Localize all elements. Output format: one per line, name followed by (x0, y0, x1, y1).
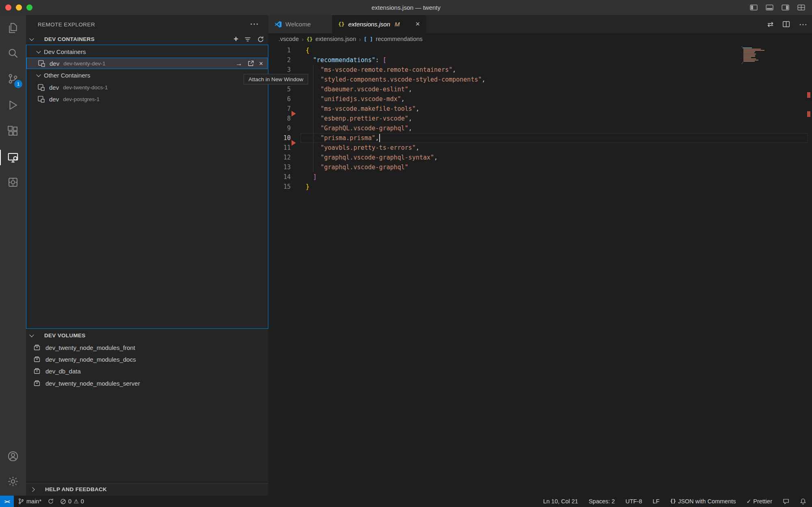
sidebar-item-search[interactable] (0, 41, 26, 65)
tree-item-dev-twenty-dev-1[interactable]: dev dev-twenty-dev-1 → × (26, 58, 268, 69)
volume-icon (33, 380, 41, 387)
language-mode-item[interactable]: {} JSON with Comments (670, 498, 736, 505)
code-line-13[interactable]: 13 "graphql.vscode-graphql" (268, 162, 812, 172)
breadcrumb-separator: › (359, 36, 361, 43)
minimap-line (743, 52, 754, 53)
code-line-12[interactable]: 12 "graphql.vscode-graphql-syntax", (268, 153, 812, 162)
code-line-5[interactable]: 5 "dbaeumer.vscode-eslint", (268, 84, 812, 94)
code-line-15[interactable]: 15} (268, 182, 812, 192)
code-line-11[interactable]: 11 "yoavbls.pretty-ts-errors", (268, 143, 812, 153)
tree-group-other-containers[interactable]: Other Containers (26, 69, 268, 81)
code-line-8[interactable]: 8 "esbenp.prettier-vscode", (268, 114, 812, 123)
attach-to-container-icon[interactable]: → (235, 60, 242, 67)
extensions-icon (7, 125, 19, 137)
close-tab-icon[interactable]: × (415, 20, 420, 28)
toggle-primary-sidebar-icon[interactable] (749, 3, 758, 12)
breadcrumb-file[interactable]: extensions.json (315, 36, 356, 42)
minimap-line (743, 56, 755, 57)
code-line-7[interactable]: 7 "ms-vscode.makefile-tools", (268, 104, 812, 114)
code-line-2[interactable]: 2 "recommendations": [ (268, 55, 812, 65)
sidebar-item-remote-explorer[interactable] (0, 145, 26, 170)
volume-item[interactable]: dev_twenty_node_modules_front (26, 342, 268, 353)
filter-list-icon[interactable] (244, 36, 251, 43)
sidebar-remote-explorer: REMOTE EXPLORER ⋯ DEV CONTAINERS + Dev C… (26, 15, 268, 496)
remove-container-icon[interactable]: × (259, 60, 263, 67)
gear-icon (7, 475, 19, 488)
code-line-4[interactable]: 4 "styled-components.vscode-styled-compo… (268, 75, 812, 84)
code-text: "GraphQL.vscode-graphql", (306, 123, 412, 133)
sync-changes-icon[interactable] (48, 498, 54, 505)
split-editor-icon[interactable] (782, 20, 790, 28)
container-item-icon (37, 84, 45, 91)
sidebar-more-actions-icon[interactable]: ⋯ (250, 18, 259, 30)
encoding-item[interactable]: UTF-8 (625, 498, 642, 505)
chevron-down-icon (36, 72, 41, 77)
problems-item[interactable]: 0 ⚠ 0 (60, 498, 84, 505)
volume-item[interactable]: dev_twenty_node_modules_server (26, 378, 268, 389)
section-dev-containers[interactable]: DEV CONTAINERS + (26, 34, 268, 45)
sidebar-item-dev-containers[interactable] (0, 170, 26, 194)
sidebar-item-run-debug[interactable] (0, 93, 26, 117)
chevron-right-icon (30, 487, 35, 492)
code-text: "esbenp.prettier-vscode", (306, 114, 412, 123)
vscode-window: extensions.json — twenty (0, 0, 812, 507)
remote-indicator[interactable]: >< (0, 496, 14, 507)
volume-item[interactable]: dev_db_data (26, 365, 268, 377)
tree-group-dev-containers[interactable]: Dev Containers (26, 46, 268, 57)
tree-item-dev-twenty-docs-1[interactable]: dev dev-twenty-docs-1 (26, 82, 268, 93)
code-line-14[interactable]: 14 ] (268, 172, 812, 182)
cursor-position-item[interactable]: Ln 10, Col 21 (543, 498, 578, 505)
container-name: dev (49, 84, 59, 91)
toggle-panel-icon[interactable] (765, 3, 774, 12)
search-icon (7, 47, 19, 59)
sidebar-item-settings[interactable] (0, 469, 26, 494)
indentation-item[interactable]: Spaces: 2 (589, 498, 615, 505)
code-text: "unifiedjs.vscode-mdx", (306, 94, 405, 104)
feedback-icon[interactable] (783, 498, 789, 505)
sidebar-item-extensions[interactable] (0, 119, 26, 143)
tab-label: Welcome (285, 21, 311, 28)
volume-item[interactable]: dev_twenty_node_modules_docs (26, 354, 268, 365)
breadcrumb-folder[interactable]: .vscode (279, 36, 299, 42)
status-bar: >< main* 0 ⚠ 0 (0, 496, 812, 507)
more-actions-icon[interactable]: ⋯ (799, 19, 807, 29)
sidebar-item-source-control[interactable]: 1 (0, 67, 26, 91)
code-line-10[interactable]: 10 "prisma.prisma", (268, 133, 812, 143)
tree-item-dev-postgres-1[interactable]: dev dev-postgres-1 (26, 93, 268, 105)
line-number: 15 (268, 182, 291, 192)
minimap[interactable] (742, 46, 769, 65)
formatter-item[interactable]: ✓ Prettier (747, 498, 772, 505)
code-text: "recommendations": [ (306, 55, 387, 65)
section-help-and-feedback[interactable]: HELP AND FEEDBACK (26, 483, 268, 495)
git-deleted-lines-marker[interactable] (292, 111, 296, 117)
git-branch-item[interactable]: main* (18, 498, 41, 505)
chevron-down-icon (36, 49, 41, 53)
git-deleted-lines-marker[interactable] (292, 140, 296, 146)
titlebar: extensions.json — twenty (0, 0, 812, 15)
tab-welcome[interactable]: Welcome (268, 15, 332, 33)
bell-icon[interactable] (800, 498, 806, 505)
code-line-9[interactable]: 9 "GraphQL.vscode-graphql", (268, 123, 812, 133)
source-control-badge: 1 (14, 80, 22, 88)
section-dev-volumes[interactable]: DEV VOLUMES (26, 330, 268, 341)
customize-layout-icon[interactable] (797, 3, 806, 12)
container-icon (7, 176, 19, 188)
breadcrumb-symbol[interactable]: recommendations (376, 36, 423, 42)
code-line-1[interactable]: 1{ (268, 45, 812, 55)
code-line-6[interactable]: 6 "unifiedjs.vscode-mdx", (268, 94, 812, 104)
eol-item[interactable]: LF (653, 498, 660, 505)
volume-label: dev_db_data (45, 368, 81, 375)
tab-label: extensions.json (348, 21, 390, 28)
window-title: extensions.json — twenty (0, 0, 812, 15)
minimap-line (743, 54, 756, 54)
toggle-secondary-sidebar-icon[interactable] (781, 3, 790, 12)
breadcrumb[interactable]: .vscode › {} extensions.json › [ ] recom… (268, 33, 812, 45)
new-dev-container-button[interactable]: + (233, 35, 238, 44)
sidebar-item-explorer[interactable] (0, 16, 26, 40)
refresh-icon[interactable] (257, 36, 264, 43)
code-line-3[interactable]: 3 "ms-vscode-remote.remote-containers", (268, 65, 812, 75)
attach-in-new-window-icon[interactable] (247, 60, 254, 67)
tab-extensions-json[interactable]: {} extensions.json M × (332, 15, 426, 33)
sidebar-item-accounts[interactable] (0, 444, 26, 468)
open-changes-icon[interactable]: ⇄ (767, 20, 773, 29)
